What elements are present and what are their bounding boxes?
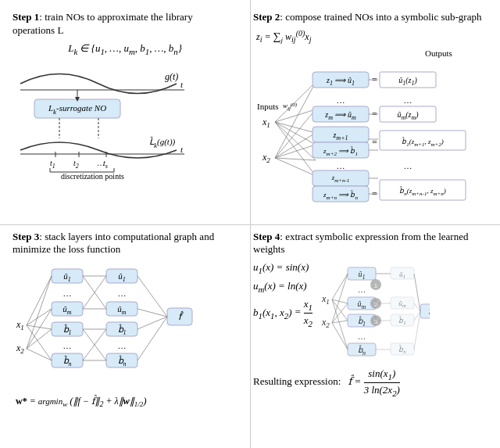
svg-text:x2: x2 [321,317,330,329]
svg-text:…: … [358,332,366,341]
svg-text:…: … [63,341,72,350]
svg-text:L̂k(g(t)): L̂k(g(t)) [149,136,176,149]
svg-text:1: 1 [374,282,378,289]
step4-quadrant: Step 4: extract symbolic expression from… [247,226,494,443]
svg-line-113 [138,317,167,360]
svg-text:…: … [337,161,345,170]
horizontal-divider [0,224,500,225]
step4-label: Step 4 [253,231,280,242]
step3-title: Step 3: stack layers into computational … [12,231,238,257]
svg-text:x1: x1 [262,116,270,129]
main-container: Step 1: train NOs to approximate the lib… [0,0,500,448]
svg-text:Outputs: Outputs [425,48,452,58]
svg-line-142 [332,274,348,299]
svg-line-100 [27,329,52,349]
svg-line-30 [275,109,316,158]
svg-text:x1: x1 [16,319,24,332]
svg-text:discretization points: discretization points [61,172,124,181]
svg-text:t: t [180,145,184,154]
svg-text:t1: t1 [50,159,55,170]
svg-line-98 [27,276,52,349]
step2-svg: Inputs Outputs x1 x2 wij(0) [253,47,488,203]
svg-text:t: t [180,80,184,89]
step4-formula-u1: u1(x) = sin(x) [253,261,312,275]
step4-formulas: u1(x) = sin(x) um(x) = ln(x) b1(x1, x2) … [253,261,312,363]
svg-line-95 [27,309,52,325]
svg-line-110 [138,276,167,317]
svg-text:…: … [404,95,412,105]
step4-svg: x1 x2 û1 … ûm b̂1 … b̂n ûm û1 b̂1 [320,261,430,363]
svg-text:Inputs: Inputs [257,102,279,111]
step3-quadrant: Step 3: stack layers into computational … [6,226,244,443]
svg-text:ts: ts [103,159,108,170]
svg-text:…: … [118,341,127,350]
svg-text:x2: x2 [16,342,24,355]
step2-title: Step 2: compose trained NOs into a symbo… [253,11,488,24]
step2-quadrant: Step 2: compose trained NOs into a symbo… [247,6,494,223]
step2-sum-formula: zi = ∑j wij(0)xj [256,29,488,44]
step1-quadrant: Step 1: train NOs to approximate the lib… [6,6,244,223]
svg-text:x2: x2 [262,152,270,164]
step3-title-rest: : stack layers into computational graph … [12,231,214,256]
step1-title: Step 1: train NOs to approximate the lib… [12,11,238,38]
svg-text:…: … [404,161,412,170]
svg-line-33 [275,158,316,160]
svg-text:wij(0): wij(0) [283,102,298,112]
svg-line-101 [27,349,52,360]
svg-text:…: … [358,285,366,294]
svg-rect-62 [380,180,466,200]
svg-text:2: 2 [374,301,378,308]
step4-resulting-label: Resulting expression: [253,375,341,387]
step2-title-rest: : compose trained NOs into a symbolic su… [280,11,481,23]
svg-line-154 [414,274,420,311]
svg-line-157 [414,311,420,349]
svg-text:x1: x1 [321,293,330,306]
svg-line-111 [138,309,167,317]
step4-title-rest: : extract symbolic expression from the l… [253,231,468,256]
step1-formula1: Lk ∈ {u1, …, um, b1, …, bn} [12,42,238,56]
step3-label: Step 3 [12,231,39,242]
svg-text:t2: t2 [73,159,79,170]
svg-line-28 [275,122,316,176]
svg-line-146 [332,274,348,323]
svg-text:f̂: f̂ [428,306,430,316]
svg-text:…: … [337,95,345,105]
step1-label: Step 1 [12,11,39,23]
svg-line-94 [27,276,52,325]
step4-formula-um: um(x) = ln(x) [253,280,312,294]
svg-line-149 [332,323,348,349]
step4-resulting: Resulting expression: f̂ = sin(x1) 3 ln(… [253,367,488,397]
step2-label: Step 2 [253,11,280,23]
svg-text:g(t): g(t) [165,71,178,82]
step3-formula: w* = argminw (‖f − f̂‖2 + λ‖w‖1/2) [16,395,238,408]
step4-resulting-formula: f̂ = sin(x1) 3 ln(2x2) [348,375,400,387]
svg-text:…: … [118,289,127,298]
step1-svg: g(t) t Lk-surrogate NO t L̂k(g(t)) [12,60,192,181]
svg-text:…: … [63,289,72,298]
step3-svg: x1 x2 û1 … ûm b̂1 … b̂n û1 … ûm [12,261,200,390]
svg-text:=: = [372,137,377,148]
step4-formula-b1: b1(x1, x2) = x1x2 [253,298,312,328]
svg-text:3: 3 [374,318,378,325]
step1-diagram: g(t) t Lk-surrogate NO t L̂k(g(t)) [12,60,238,177]
svg-line-148 [332,321,348,323]
step1-title-rest: : train NOs to approximate the library o… [12,11,193,36]
svg-line-145 [332,299,348,349]
svg-line-34 [275,158,316,176]
step4-title: Step 4: extract symbolic expression from… [253,231,488,257]
